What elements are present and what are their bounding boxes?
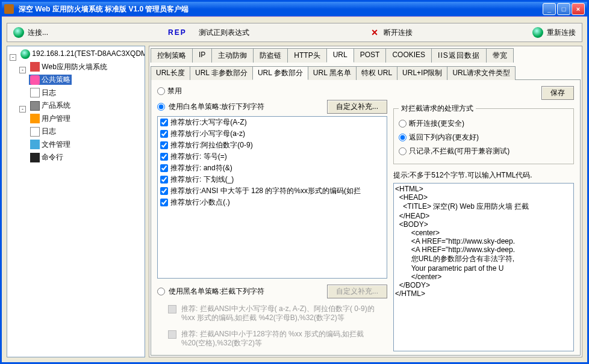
sub-tab-1[interactable]: URL 非参数部分: [190, 66, 253, 80]
whitelist-item[interactable]: 推荐放行:阿拉伯数字(0-9): [158, 140, 387, 151]
toolbar-disconnect[interactable]: × 断开连接: [363, 23, 419, 42]
radio-handle-return[interactable]: [399, 134, 407, 141]
toolbar-rep[interactable]: REP: [162, 23, 193, 42]
whitelist-listbox[interactable]: 推荐放行:大写字母(A-Z)推荐放行:小写字母(a-z)推荐放行:阿拉伯数字(0…: [157, 116, 387, 279]
tree-user-mgmt[interactable]: 用户管理: [29, 114, 72, 124]
main-tab-5[interactable]: URL: [326, 48, 354, 63]
handle-return-label: 返回下列内容(更友好): [409, 132, 479, 143]
app-icon: [4, 4, 14, 14]
whitelist-item[interactable]: 推荐放行:小数点(.): [158, 197, 387, 208]
whitelist-checkbox[interactable]: [160, 199, 168, 206]
main-tab-3[interactable]: 防盗链: [253, 48, 288, 63]
main-tab-4[interactable]: HTTP头: [287, 48, 326, 63]
main-tabs: 控制策略IP主动防御防盗链HTTP头URLPOSTCOOKIESIIS返回数据带…: [151, 48, 581, 62]
whitelist-item[interactable]: 推荐放行:大写字母(A-Z): [158, 117, 387, 128]
tree-cmd[interactable]: 命令行: [29, 152, 64, 162]
whitelist-checkbox[interactable]: [160, 164, 168, 172]
sub-tab-6[interactable]: URL请求文件类型: [447, 66, 516, 80]
whitelist-checkbox[interactable]: [160, 141, 168, 149]
blacklist-hint-2: 推荐: 拦截ANSI中小于128字符的 %xx 形式的编码,如拦截 %20(空格…: [168, 330, 387, 348]
tree-file-mgmt[interactable]: 文件管理: [29, 140, 72, 150]
main-tab-2[interactable]: 主动防御: [211, 48, 254, 63]
handle-logonly-label: 只记录,不拦截(可用于兼容测试): [409, 146, 510, 156]
main-tab-1[interactable]: IP: [192, 48, 212, 63]
log-icon: [30, 127, 40, 137]
tree-view[interactable]: - 192.168.1.21(TEST-D8AAC3XQDM) - Web应用防…: [7, 46, 145, 357]
save-button[interactable]: 保存: [541, 86, 574, 100]
custom-add-whitelist-button[interactable]: 自定义补充...: [327, 100, 387, 114]
main-tab-8[interactable]: IIS返回数据: [431, 48, 487, 63]
whitelist-item-label: 推荐放行: 下划线(_): [170, 174, 234, 185]
radio-whitelist[interactable]: [157, 103, 165, 111]
tree-log[interactable]: 日志: [29, 88, 57, 98]
toolbar-connect-label: 连接...: [28, 28, 48, 38]
reconnect-icon: [532, 27, 543, 38]
handle-disconnect-label: 断开连接(更安全): [409, 119, 464, 129]
whitelist-item[interactable]: 推荐放行: and符(&): [158, 162, 387, 174]
tree-expander[interactable]: -: [10, 54, 16, 61]
response-body-textarea[interactable]: <HTML> <HEAD> <TITLE> 深空(R) Web 应用防火墙 拦截…: [393, 183, 574, 351]
custom-add-blacklist-button[interactable]: 自定义补充...: [327, 285, 387, 298]
blacklist-hint-1: 推荐: 拦截ANSI中大小写字母( a-z, A-Z)、阿拉伯数字( 0-9)的…: [168, 304, 387, 322]
connect-icon: [13, 27, 24, 38]
whitelist-item[interactable]: 推荐放行: 下划线(_): [158, 174, 387, 185]
whitelist-item[interactable]: 推荐放行:ANSI 中大等于 128 的字符的%xx形式的编码(如拦: [158, 185, 387, 197]
gear-icon: [30, 75, 40, 85]
minimize-button[interactable]: _: [543, 3, 556, 15]
sub-tab-2[interactable]: URL 参数部分: [252, 66, 308, 80]
handling-legend: 对拦截请求的处理方式: [399, 103, 476, 114]
whitelist-item-label: 推荐放行:小写字母(a-z): [170, 129, 245, 139]
toolbar-test-regex[interactable]: 测试正则表达式: [193, 23, 255, 42]
firewall-icon: [30, 62, 40, 72]
disconnect-icon: ×: [369, 27, 380, 38]
sub-tabs: URL长度URL 非参数部分URL 参数部分URL 黑名单特权 URLURL+I…: [151, 66, 581, 79]
whitelist-checkbox[interactable]: [160, 153, 168, 161]
product-icon: [30, 101, 40, 111]
tree-root[interactable]: 192.168.1.21(TEST-D8AAC3XQDM): [19, 49, 145, 59]
whitelist-item-label: 推荐放行:ANSI 中大等于 128 的字符的%xx形式的编码(如拦: [170, 186, 361, 196]
bullet-icon: [168, 305, 176, 313]
radio-disable[interactable]: [157, 87, 165, 95]
radio-handle-logonly[interactable]: [399, 147, 407, 155]
bullet-icon: [168, 330, 176, 339]
radio-blacklist[interactable]: [157, 288, 165, 295]
tree-expander[interactable]: -: [19, 106, 26, 113]
main-tab-0[interactable]: 控制策略: [151, 48, 193, 63]
whitelist-item-label: 推荐放行:阿拉伯数字(0-9): [170, 140, 253, 150]
radio-handle-disconnect[interactable]: [399, 120, 407, 128]
main-tab-6[interactable]: POST: [354, 48, 387, 63]
close-button[interactable]: ×: [572, 3, 585, 15]
log-icon: [30, 88, 40, 97]
toolbar-connect[interactable]: 连接...: [7, 23, 54, 42]
whitelist-item[interactable]: 推荐放行:小写字母(a-z): [158, 128, 387, 140]
handling-fieldset: 对拦截请求的处理方式 断开连接(更安全) 返回下列内容(更友好): [393, 103, 574, 164]
tree-log[interactable]: 日志: [29, 126, 57, 137]
globe-icon: [20, 49, 30, 59]
radio-disable-label: 禁用: [167, 86, 182, 96]
main-tab-7[interactable]: COOKIES: [385, 48, 432, 63]
tree-expander[interactable]: -: [19, 67, 26, 73]
sub-tab-3[interactable]: URL 黑名单: [308, 66, 357, 80]
disconnect-label: 断开连接: [384, 28, 413, 38]
sub-tab-0[interactable]: URL长度: [151, 66, 190, 80]
tree-product[interactable]: 产品系统: [29, 100, 72, 111]
whitelist-item-label: 推荐放行: and符(&): [170, 163, 232, 173]
tree-waf[interactable]: Web应用防火墙系统: [29, 62, 108, 72]
users-icon: [30, 114, 40, 123]
sub-tab-4[interactable]: 特权 URL: [356, 66, 397, 80]
whitelist-checkbox[interactable]: [160, 130, 168, 138]
tree-public-policy[interactable]: 公共策略: [29, 75, 72, 85]
response-hint: 提示:不多于512个字节.可以输入HTML代码.: [393, 170, 574, 180]
whitelist-checkbox[interactable]: [160, 176, 168, 184]
sub-tab-5[interactable]: URL+IP限制: [397, 66, 447, 80]
toolbar: 连接... REP 测试正则表达式 × 断开连接 重新连接: [7, 23, 582, 42]
main-tab-9[interactable]: 带宽: [486, 48, 514, 63]
whitelist-item-label: 推荐放行: 等号(=): [170, 152, 227, 162]
radio-blacklist-label: 使用黑名单策略:拦截下列字符: [169, 286, 264, 297]
maximize-button[interactable]: □: [557, 3, 570, 15]
titlebar: 深空 Web 应用防火墙系统 标准版 V1.0 管理员客户端 _ □ ×: [2, 2, 587, 16]
whitelist-checkbox[interactable]: [160, 119, 168, 126]
toolbar-reconnect[interactable]: 重新连接: [526, 23, 582, 42]
whitelist-checkbox[interactable]: [160, 187, 168, 195]
whitelist-item[interactable]: 推荐放行: 等号(=): [158, 151, 387, 162]
